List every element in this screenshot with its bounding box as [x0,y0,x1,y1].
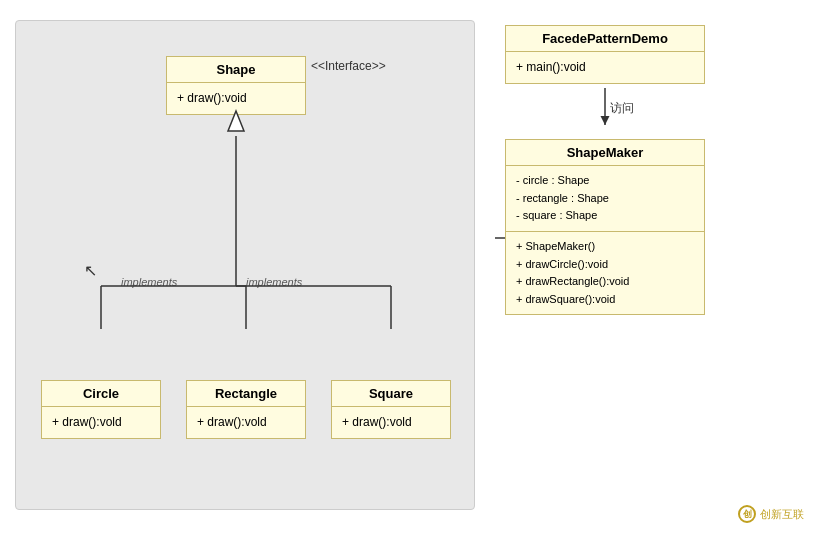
watermark-icon: 创 [738,505,756,523]
implements-left-label: implements [121,276,177,288]
circle-class-body: + draw():vold [42,407,160,438]
watermark: 创 创新互联 [738,505,804,523]
rectangle-class-body: + draw():vold [187,407,305,438]
facade-demo-class: FacedePatternDemo + main():void [505,25,705,84]
shape-maker-methods: + ShapeMaker() + drawCircle():void + dra… [506,231,704,314]
cursor-indicator: ↖ [84,261,97,280]
shape-maker-class: ShapeMaker - circle : Shape - rectangle … [505,139,705,315]
implements-right-label: implements [246,276,302,288]
circle-class-header: Circle [42,381,160,407]
interface-label: <<Interface>> [311,59,386,73]
rectangle-class-header: Rectangle [187,381,305,407]
shape-class: Shape + draw():void [166,56,306,115]
svg-text:访问: 访问 [610,101,634,115]
left-panel: Shape + draw():void <<Interface>> Circle… [15,20,475,510]
facade-demo-header: FacedePatternDemo [506,26,704,52]
rectangle-class: Rectangle + draw():vold [186,380,306,439]
square-class-body: + draw():vold [332,407,450,438]
facade-demo-body: + main():void [506,52,704,83]
square-class: Square + draw():vold [331,380,451,439]
square-class-header: Square [332,381,450,407]
watermark-text: 创新互联 [760,507,804,522]
main-container: Shape + draw():void <<Interface>> Circle… [0,0,814,533]
shape-class-body: + draw():void [167,83,305,114]
shape-class-header: Shape [167,57,305,83]
shape-maker-attributes: - circle : Shape - rectangle : Shape - s… [506,166,704,231]
circle-class: Circle + draw():vold [41,380,161,439]
shape-maker-header: ShapeMaker [506,140,704,166]
right-panel: FacedePatternDemo + main():void ShapeMak… [495,20,799,513]
